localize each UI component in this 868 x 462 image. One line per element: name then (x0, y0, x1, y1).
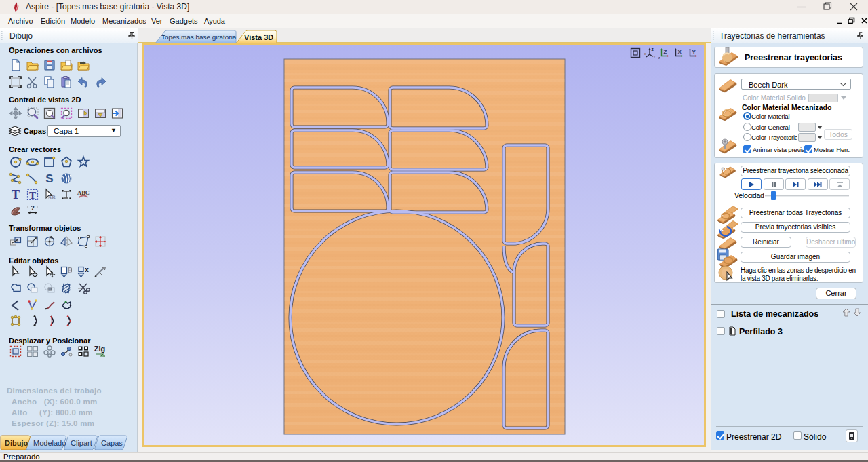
svg-text:?: ? (31, 204, 35, 211)
svg-text:S: S (45, 172, 53, 185)
svg-text:Vista 3D: Vista 3D (244, 33, 273, 41)
svg-text:y: y (654, 54, 656, 58)
svg-text:z: z (658, 56, 660, 60)
svg-text:Z: Z (664, 49, 667, 55)
svg-text:Zig: Zig (94, 345, 106, 353)
svg-text:Topes mas base giratoria: Topes mas base giratoria (161, 33, 237, 41)
svg-text:T: T (12, 188, 20, 201)
svg-text:Modelado: Modelado (33, 439, 66, 447)
svg-text:AB: AB (47, 195, 56, 201)
svg-text:x: x (644, 52, 646, 56)
svg-text:Capas: Capas (101, 439, 123, 447)
svg-text:x: x (85, 266, 89, 273)
svg-text:X: X (678, 49, 682, 55)
svg-text:Clipart: Clipart (71, 439, 92, 447)
svg-text:T: T (29, 190, 36, 201)
svg-text:z: z (652, 47, 654, 52)
svg-text:Y: Y (692, 49, 696, 55)
svg-text:Dibujo: Dibujo (5, 439, 28, 447)
